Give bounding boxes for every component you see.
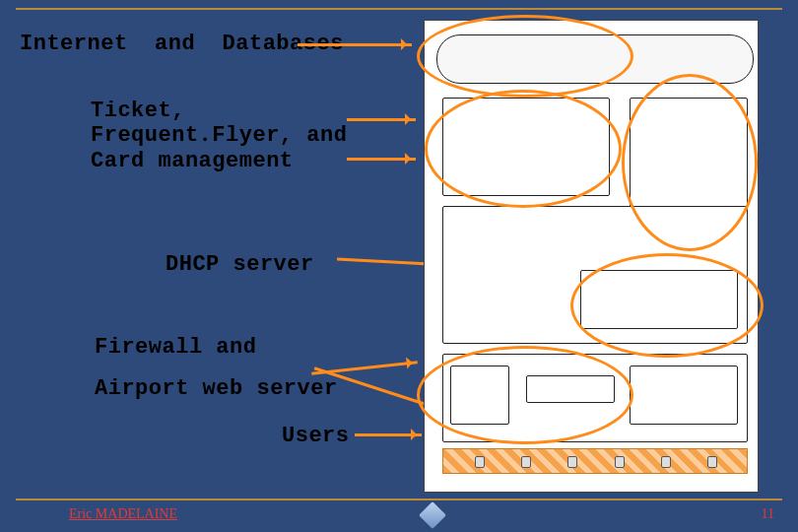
label-ticket-frequentflyer-card: Ticket, Frequent.Flyer, and Card managem… (91, 99, 347, 173)
user-node-icon (567, 456, 577, 468)
label-users: Users (282, 424, 350, 448)
arrow-ticket-2 (347, 158, 416, 161)
highlight-databases (622, 74, 758, 251)
footer-page-number: 11 (762, 506, 774, 522)
architecture-diagram-thumbnail (424, 20, 759, 493)
arrow-users (355, 433, 422, 436)
arrow-ticket-1 (347, 118, 416, 121)
slide-labels: Internet and Databases Ticket, Frequent.… (0, 0, 414, 532)
user-node-icon (521, 456, 531, 468)
label-dhcp-server: DHCP server (166, 252, 314, 277)
user-node-icon (475, 456, 485, 468)
diagram-user-nodes (456, 454, 736, 470)
arrow-internet-databases (298, 43, 412, 46)
highlight-firewall-airport-web (417, 346, 633, 444)
label-internet-databases: Internet and Databases (20, 32, 344, 56)
label-airport-web-server: Airport web server (95, 376, 338, 401)
diagram-aux-component (630, 366, 738, 425)
label-firewall: Firewall and (95, 335, 256, 360)
user-node-icon (707, 456, 717, 468)
highlight-internet-databases (417, 15, 633, 98)
highlight-ticket-frequentflyer-card (425, 90, 622, 208)
highlight-dhcp-server (570, 253, 764, 358)
user-node-icon (661, 456, 671, 468)
footer-author: Eric MADELAINE (69, 506, 177, 522)
user-node-icon (615, 456, 625, 468)
institution-logo-icon (417, 499, 447, 530)
